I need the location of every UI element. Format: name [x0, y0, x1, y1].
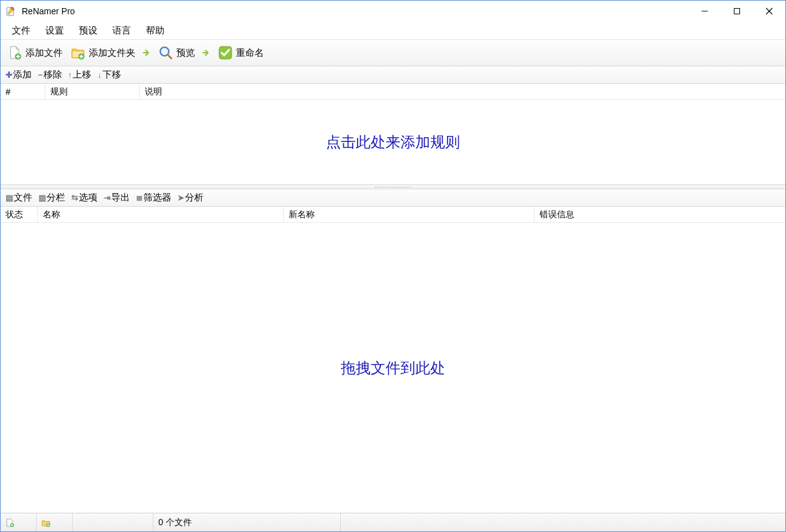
file-small-icon	[6, 518, 14, 527]
add-folders-label: 添加文件夹	[89, 47, 135, 59]
magnifier-icon	[158, 45, 174, 61]
pane-splitter[interactable]	[1, 184, 785, 189]
arrow-separator-icon	[140, 47, 153, 59]
maximize-button[interactable]	[721, 1, 753, 22]
rules-placeholder: 点击此处来添加规则	[326, 132, 460, 152]
rule-down-button[interactable]: ↓ 下移	[95, 68, 124, 82]
analyze-icon: ➤	[178, 193, 184, 202]
menu-help[interactable]: 帮助	[140, 22, 171, 39]
filter-menu-button[interactable]: ≣ 筛选器	[133, 191, 174, 205]
app-icon	[6, 6, 17, 17]
window-controls	[689, 1, 785, 22]
columns-menu-label: 分栏	[47, 192, 65, 204]
arrow-down-icon: ↓	[97, 70, 102, 79]
plus-icon: ✚	[6, 70, 12, 79]
rules-toolbar: ✚ 添加 − 移除 ↑ 上移 ↓ 下移	[1, 66, 785, 84]
rename-button[interactable]: 重命名	[215, 43, 266, 62]
add-folders-button[interactable]: 添加文件夹	[68, 43, 138, 62]
status-file-icon-cell	[1, 513, 37, 531]
options-icon: ⇆	[71, 193, 78, 202]
grip-icon	[374, 186, 412, 188]
svg-point-12	[162, 49, 167, 54]
file-add-icon	[7, 45, 23, 61]
files-placeholder: 拖拽文件到此处	[341, 358, 445, 378]
rule-add-label: 添加	[13, 69, 32, 81]
preview-label: 预览	[176, 47, 195, 59]
status-bar: 0 个文件	[1, 513, 785, 531]
export-menu-button[interactable]: ⇥ 导出	[101, 191, 132, 205]
preview-button[interactable]: 预览	[155, 43, 197, 62]
filter-menu-label: 筛选器	[143, 192, 171, 204]
rename-label: 重命名	[236, 47, 264, 59]
options-menu-button[interactable]: ⇆ 选项	[69, 191, 100, 205]
rules-header: # 规则 说明	[1, 84, 785, 100]
folder-add-icon	[70, 45, 86, 61]
arrow-up-icon: ↑	[68, 70, 73, 79]
status-file-count: 0 个文件	[153, 513, 341, 531]
rule-remove-label: 移除	[43, 69, 62, 81]
menu-language[interactable]: 语言	[106, 22, 137, 39]
rules-area[interactable]: 点击此处来添加规则	[1, 100, 785, 184]
minimize-button[interactable]	[689, 1, 721, 22]
menu-settings[interactable]: 设置	[39, 22, 70, 39]
svg-line-13	[168, 55, 171, 58]
svg-rect-2	[734, 9, 740, 14]
rule-remove-button[interactable]: − 移除	[35, 68, 65, 82]
minus-icon: −	[38, 70, 43, 79]
check-icon	[217, 45, 233, 61]
folder-small-icon	[42, 518, 50, 527]
columns-menu-button[interactable]: ▥ 分栏	[36, 191, 68, 205]
col-desc[interactable]: 说明	[140, 84, 785, 99]
files-area[interactable]: 拖拽文件到此处	[1, 223, 785, 513]
rule-down-label: 下移	[102, 69, 121, 81]
columns-icon: ▥	[38, 193, 46, 202]
rule-add-button[interactable]: ✚ 添加	[3, 68, 34, 82]
files-toolbar: ▤ 文件 ▥ 分栏 ⇆ 选项 ⇥ 导出 ≣ 筛选器 ➤ 分析	[1, 189, 785, 207]
col-rule[interactable]: 规则	[45, 84, 140, 99]
status-spacer	[73, 513, 153, 531]
rule-up-label: 上移	[73, 69, 91, 81]
add-files-button[interactable]: 添加文件	[4, 43, 65, 62]
window-title: ReNamer Pro	[22, 6, 75, 16]
rule-up-button[interactable]: ↑ 上移	[66, 68, 94, 82]
menu-bar: 文件 设置 预设 语言 帮助	[1, 22, 785, 39]
export-menu-label: 导出	[111, 192, 130, 204]
col-number[interactable]: #	[1, 84, 45, 99]
options-menu-label: 选项	[79, 192, 97, 204]
close-button[interactable]	[753, 1, 785, 22]
filter-icon: ≣	[136, 193, 143, 202]
list-icon: ▤	[6, 193, 13, 202]
col-status[interactable]: 状态	[1, 207, 38, 222]
main-toolbar: 添加文件 添加文件夹 预览	[1, 39, 785, 66]
files-header: 状态 名称 新名称 错误信息	[1, 207, 785, 223]
analyze-menu-label: 分析	[185, 192, 204, 204]
arrow-separator-icon	[200, 47, 212, 59]
col-name[interactable]: 名称	[38, 207, 284, 222]
status-folder-icon-cell	[37, 513, 73, 531]
add-files-label: 添加文件	[25, 47, 63, 59]
col-newname[interactable]: 新名称	[284, 207, 535, 222]
export-icon: ⇥	[104, 193, 111, 202]
files-menu-label: 文件	[14, 192, 32, 204]
analyze-menu-button[interactable]: ➤ 分析	[175, 191, 206, 205]
menu-file[interactable]: 文件	[6, 22, 37, 39]
col-error[interactable]: 错误信息	[535, 207, 785, 222]
files-menu-button[interactable]: ▤ 文件	[3, 191, 35, 205]
status-rest	[341, 513, 785, 531]
title-bar: ReNamer Pro	[1, 1, 785, 22]
menu-presets[interactable]: 预设	[73, 22, 104, 39]
